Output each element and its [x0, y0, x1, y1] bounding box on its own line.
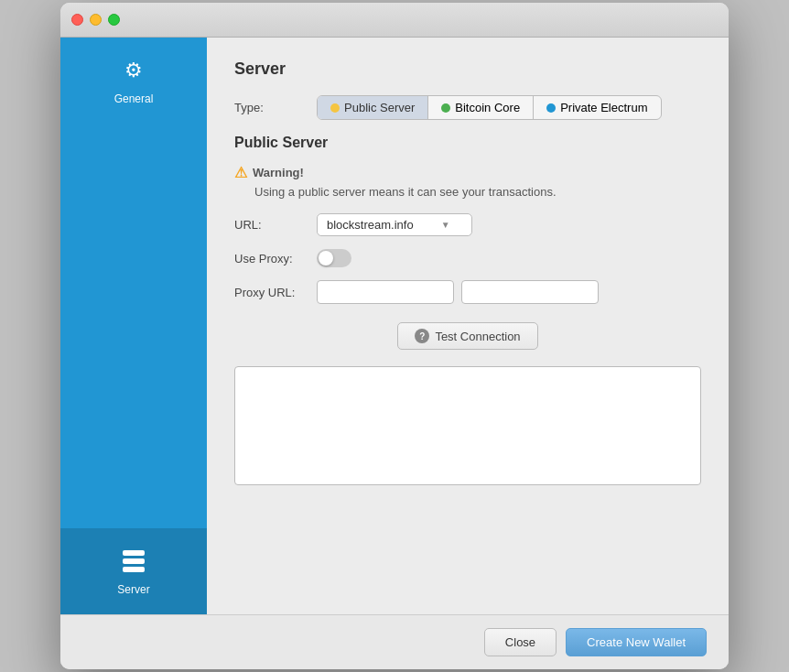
- private-electrum-label: Private Electrum: [560, 101, 647, 114]
- main-content: Server Type: Public Server Bitcoin Core: [207, 38, 729, 614]
- proxy-url-row: Proxy URL:: [234, 280, 701, 304]
- proxy-url-label: Proxy URL:: [234, 286, 317, 299]
- public-server-label: Public Server: [344, 101, 415, 114]
- sidebar-item-server[interactable]: Server: [60, 528, 207, 614]
- url-value: blockstream.info: [327, 218, 414, 232]
- use-proxy-toggle[interactable]: [317, 249, 351, 267]
- sidebar-general-label: General: [114, 92, 154, 105]
- radio-public-server[interactable]: Public Server: [318, 96, 428, 119]
- sidebar-server-label: Server: [117, 583, 149, 596]
- footer: Close Create New Wallet: [60, 614, 729, 669]
- public-server-subtitle: Public Server: [234, 135, 701, 151]
- warning-text: Using a public server means it can see y…: [254, 185, 701, 199]
- server-type-radio-group: Public Server Bitcoin Core Private Elect…: [317, 95, 662, 120]
- server-section-title: Server: [234, 60, 701, 79]
- minimize-traffic-light[interactable]: [90, 14, 102, 26]
- select-arrow-icon: ▼: [441, 220, 450, 230]
- log-output-box: [234, 366, 701, 485]
- close-traffic-light[interactable]: [71, 14, 83, 26]
- question-icon: ?: [415, 329, 429, 343]
- proxy-host-input[interactable]: [317, 280, 454, 304]
- radio-private-electrum[interactable]: Private Electrum: [534, 96, 660, 119]
- type-label: Type:: [234, 101, 317, 114]
- bitcoin-core-label: Bitcoin Core: [455, 101, 520, 114]
- create-wallet-button[interactable]: Create New Wallet: [566, 628, 707, 656]
- sidebar: ⚙ General Server: [60, 38, 207, 614]
- general-icon: ⚙: [119, 56, 148, 85]
- titlebar: [60, 3, 729, 38]
- use-proxy-row: Use Proxy:: [234, 249, 701, 267]
- warning-icon: ⚠: [234, 164, 247, 181]
- test-connection-label: Test Connection: [435, 330, 520, 343]
- main-window: ⚙ General Server Server Type:: [60, 3, 729, 669]
- warning-header: ⚠ Warning!: [234, 164, 701, 181]
- bitcoin-core-dot: [441, 103, 450, 113]
- public-server-dot: [330, 103, 340, 113]
- warning-box: ⚠ Warning! Using a public server means i…: [234, 164, 701, 199]
- window-body: ⚙ General Server Server Type:: [60, 38, 729, 614]
- sidebar-item-general[interactable]: ⚙ General: [60, 38, 207, 124]
- traffic-lights: [71, 14, 120, 26]
- server-icon: [119, 547, 148, 576]
- proxy-port-input[interactable]: [461, 280, 599, 304]
- use-proxy-label: Use Proxy:: [234, 252, 317, 266]
- maximize-traffic-light[interactable]: [108, 14, 120, 26]
- test-connection-row: ? Test Connection: [234, 322, 701, 350]
- test-connection-button[interactable]: ? Test Connection: [397, 322, 537, 350]
- url-select[interactable]: blockstream.info ▼: [317, 213, 472, 236]
- url-row: URL: blockstream.info ▼: [234, 213, 701, 236]
- radio-bitcoin-core[interactable]: Bitcoin Core: [428, 96, 534, 119]
- url-label: URL:: [234, 218, 317, 232]
- sidebar-spacer: [60, 124, 207, 528]
- warning-title: Warning!: [253, 166, 304, 179]
- proxy-inputs: [317, 280, 599, 304]
- type-row: Type: Public Server Bitcoin Core Private…: [234, 95, 701, 120]
- private-electrum-dot: [546, 103, 556, 113]
- close-button[interactable]: Close: [484, 628, 557, 656]
